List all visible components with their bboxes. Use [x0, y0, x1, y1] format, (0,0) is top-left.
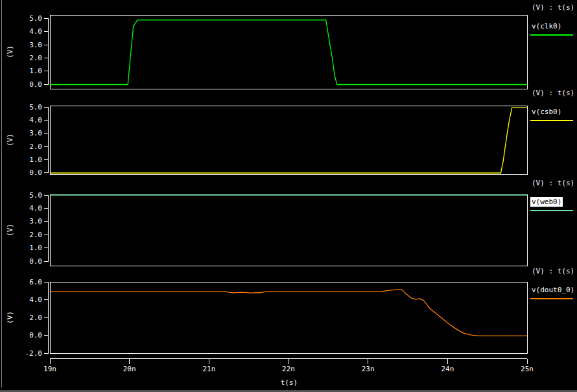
y-tick-label: 5.0: [29, 103, 42, 111]
x-tick-label: 21n: [202, 365, 215, 373]
trace-vdout0_0[interactable]: [50, 290, 527, 336]
legend-signal-vdout0_0[interactable]: v(dout0_0): [530, 285, 576, 295]
y-tick-label: 1.0: [29, 67, 42, 75]
panel3-axis-title: (V) : t(s): [532, 179, 574, 187]
y-tick-label: 0.0: [29, 80, 42, 89]
legend-entry-dout0_0: (V) : t(s) v(dout0_0): [530, 267, 577, 307]
y-axis-unit-label: (V): [6, 133, 14, 146]
x-tick-label: 20n: [123, 365, 136, 373]
y-tick-label: 4.0: [29, 204, 42, 213]
y-tick-label: 4.0: [29, 116, 42, 124]
legend-entry-csb0: (V) : t(s) v(csb0): [530, 89, 577, 129]
y-tick-label: 0.0: [29, 257, 42, 266]
panel-border-vdout0_0: [50, 282, 527, 353]
x-tick-label: 24n: [441, 365, 454, 373]
waveform-viewer-window: 5.04.03.02.01.00.0(V)5.04.03.02.01.00.0(…: [0, 0, 577, 392]
y-tick-label: 2.0: [29, 54, 42, 62]
y-tick-label: 4.0: [29, 295, 42, 304]
legend-color-line-csb0: [530, 120, 573, 121]
y-axis-unit-label: (V): [6, 311, 14, 324]
legend-entry-web0: (V) : t(s) v(web0): [530, 179, 577, 219]
legend-color-line-dout0_0: [530, 298, 573, 299]
x-tick-label: 23n: [362, 365, 375, 373]
x-tick-label: 22n: [282, 365, 295, 373]
panel2-axis-title: (V) : t(s): [532, 89, 574, 97]
y-tick-label: 2.0: [29, 143, 42, 151]
legend-signal-vclk0[interactable]: v(clk0): [530, 21, 563, 31]
waveform-canvas: 5.04.03.02.01.00.0(V)5.04.03.02.01.00.0(…: [0, 0, 577, 392]
y-tick-label: 6.0: [29, 278, 42, 286]
x-tick-label: 25n: [521, 365, 534, 373]
y-tick-label: 0.0: [29, 168, 42, 177]
legend-signal-vcsb0[interactable]: v(csb0): [530, 107, 563, 117]
y-tick-label: -2.0: [25, 349, 43, 358]
y-tick-label: 4.0: [29, 27, 42, 36]
legend-entry-clk0: (V) : t(s) v(clk0): [530, 3, 577, 43]
y-tick-label: 3.0: [29, 129, 42, 137]
legend-color-line-clk0: [530, 34, 573, 36]
trace-vclk0[interactable]: [50, 20, 527, 85]
trace-vcsb0[interactable]: [50, 108, 527, 173]
panel4-axis-title: (V) : t(s): [532, 267, 574, 275]
y-tick-label: 3.0: [29, 217, 42, 225]
legend-color-line-web0: [530, 210, 573, 211]
y-tick-label: 5.0: [29, 191, 42, 200]
y-tick-label: 2.0: [29, 231, 42, 239]
x-axis-title: t(s): [281, 378, 298, 387]
y-tick-label: 3.0: [29, 41, 42, 49]
panel1-axis-title: (V) : t(s): [532, 3, 574, 12]
y-tick-label: 5.0: [29, 14, 42, 23]
y-tick-label: 2.0: [29, 314, 42, 322]
y-axis-unit-label: (V): [6, 224, 14, 236]
panel-border-vweb0: [50, 194, 527, 266]
panel-border-vclk0: [50, 15, 527, 89]
x-tick-label: 19n: [43, 365, 56, 373]
y-tick-label: 1.0: [29, 244, 42, 252]
y-tick-label: 1.0: [29, 156, 42, 164]
legend-signal-vweb0[interactable]: v(web0): [530, 197, 563, 207]
y-axis-unit-label: (V): [6, 45, 14, 58]
y-tick-label: 0.0: [29, 331, 42, 340]
panel-border-vcsb0: [50, 106, 527, 174]
